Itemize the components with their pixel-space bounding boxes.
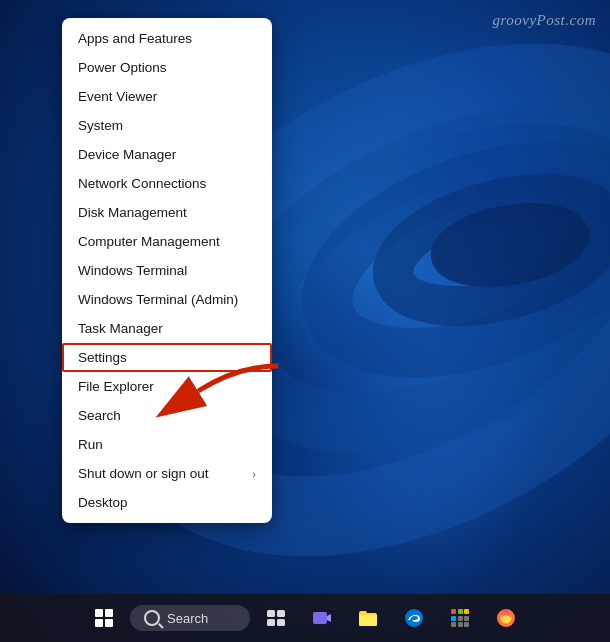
menu-item-label-shut-down: Shut down or sign out: [78, 466, 209, 481]
watermark: groovyPost.com: [492, 12, 596, 29]
task-view-button[interactable]: [256, 598, 296, 638]
menu-item-device-manager[interactable]: Device Manager: [62, 140, 272, 169]
apps-grid-button[interactable]: [440, 598, 480, 638]
menu-item-search[interactable]: Search: [62, 401, 272, 430]
taskbar: Search: [0, 594, 610, 642]
menu-item-label-event-viewer: Event Viewer: [78, 89, 157, 104]
menu-item-label-file-explorer: File Explorer: [78, 379, 154, 394]
search-icon: [144, 610, 160, 626]
menu-item-network-connections[interactable]: Network Connections: [62, 169, 272, 198]
svg-rect-18: [458, 616, 463, 621]
menu-item-desktop[interactable]: Desktop: [62, 488, 272, 517]
menu-item-label-system: System: [78, 118, 123, 133]
svg-rect-16: [464, 609, 469, 614]
menu-item-label-apps-features: Apps and Features: [78, 31, 192, 46]
taskbar-search[interactable]: Search: [130, 605, 250, 631]
menu-item-windows-terminal[interactable]: Windows Terminal: [62, 256, 272, 285]
menu-item-file-explorer[interactable]: File Explorer: [62, 372, 272, 401]
edge-icon: [403, 607, 425, 629]
menu-item-label-power-options: Power Options: [78, 60, 167, 75]
menu-item-shut-down[interactable]: Shut down or sign out›: [62, 459, 272, 488]
windows-icon: [95, 609, 113, 627]
svg-marker-11: [327, 614, 331, 622]
svg-rect-14: [451, 609, 456, 614]
teams-button[interactable]: [302, 598, 342, 638]
svg-rect-17: [451, 616, 456, 621]
apps-grid-icon: [450, 608, 470, 628]
menu-item-event-viewer[interactable]: Event Viewer: [62, 82, 272, 111]
svg-rect-10: [313, 612, 327, 624]
start-button[interactable]: [84, 598, 124, 638]
svg-rect-21: [458, 622, 463, 627]
menu-item-computer-management[interactable]: Computer Management: [62, 227, 272, 256]
context-menu: Apps and FeaturesPower OptionsEvent View…: [62, 18, 272, 523]
file-explorer-icon: [357, 607, 379, 629]
menu-item-run[interactable]: Run: [62, 430, 272, 459]
menu-item-label-computer-management: Computer Management: [78, 234, 220, 249]
firefox-icon: [495, 607, 517, 629]
menu-item-label-network-connections: Network Connections: [78, 176, 206, 191]
menu-item-label-disk-management: Disk Management: [78, 205, 187, 220]
menu-item-label-settings: Settings: [78, 350, 127, 365]
menu-item-system[interactable]: System: [62, 111, 272, 140]
svg-rect-7: [277, 610, 285, 617]
taskbar-search-label: Search: [167, 611, 208, 626]
menu-item-windows-terminal-admin[interactable]: Windows Terminal (Admin): [62, 285, 272, 314]
svg-rect-20: [451, 622, 456, 627]
svg-rect-9: [277, 619, 285, 626]
svg-rect-15: [458, 609, 463, 614]
svg-point-13: [405, 609, 423, 627]
task-view-icon: [266, 608, 286, 628]
menu-item-label-desktop: Desktop: [78, 495, 128, 510]
menu-item-label-windows-terminal: Windows Terminal: [78, 263, 187, 278]
svg-rect-19: [464, 616, 469, 621]
menu-item-label-run: Run: [78, 437, 103, 452]
menu-item-label-windows-terminal-admin: Windows Terminal (Admin): [78, 292, 238, 307]
edge-button[interactable]: [394, 598, 434, 638]
file-explorer-button[interactable]: [348, 598, 388, 638]
submenu-arrow-icon: ›: [252, 468, 256, 480]
firefox-button[interactable]: [486, 598, 526, 638]
menu-item-disk-management[interactable]: Disk Management: [62, 198, 272, 227]
menu-item-task-manager[interactable]: Task Manager: [62, 314, 272, 343]
menu-item-label-search: Search: [78, 408, 121, 423]
menu-item-label-device-manager: Device Manager: [78, 147, 176, 162]
menu-item-settings[interactable]: Settings: [62, 343, 272, 372]
teams-icon: [311, 607, 333, 629]
menu-item-power-options[interactable]: Power Options: [62, 53, 272, 82]
svg-rect-8: [267, 619, 275, 626]
svg-rect-22: [464, 622, 469, 627]
menu-item-apps-features[interactable]: Apps and Features: [62, 24, 272, 53]
svg-rect-6: [267, 610, 275, 617]
menu-item-label-task-manager: Task Manager: [78, 321, 163, 336]
svg-rect-12: [359, 615, 377, 626]
